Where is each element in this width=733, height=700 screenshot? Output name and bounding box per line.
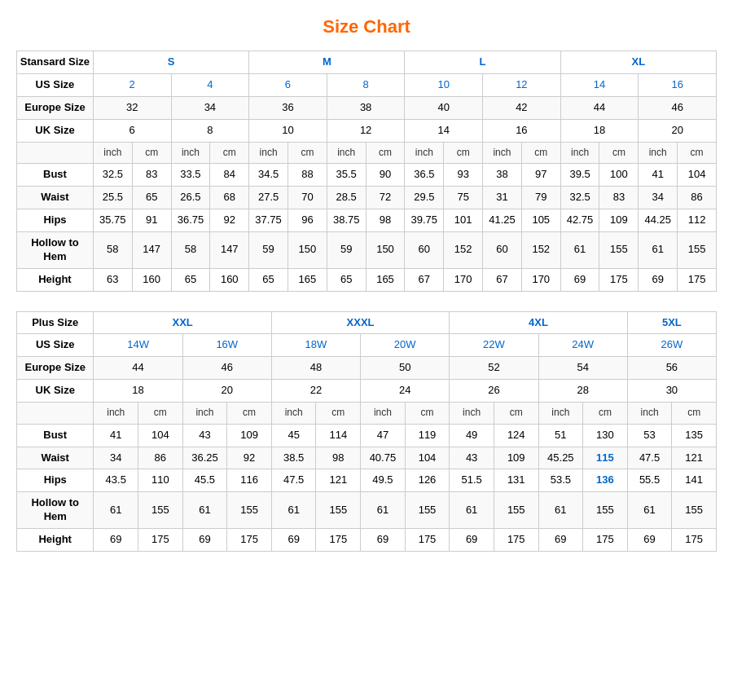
height-plus-label: Height: [17, 529, 94, 552]
plus-group-header-row: Plus Size XXL XXXL 4XL 5XL: [17, 311, 717, 334]
us-8: 8: [327, 73, 405, 96]
us-size-row: US Size 2 4 6 8 10 12 14 16: [17, 73, 717, 96]
plus-size-section: Plus Size XXL XXXL 4XL 5XL US Size 14W 1…: [16, 311, 717, 553]
size-group-header-row: Stansard Size S M L XL: [17, 51, 717, 74]
5xl-header: 5XL: [627, 311, 716, 334]
l-header: L: [405, 51, 560, 74]
inch-cm-row-standard: inch cm inch cm inch cm inch cm inch cm …: [17, 142, 717, 164]
us-4: 4: [171, 73, 249, 96]
xxl-header: XXL: [94, 311, 271, 334]
hollow-hem-row-plus: Hollow to Hem 61 155 61 155 61 155 61 15…: [17, 492, 717, 529]
waist-plus-label: Waist: [17, 447, 94, 469]
height-label: Height: [17, 268, 94, 291]
xxxl-header: XXXL: [271, 311, 449, 334]
page-title: Size Chart: [16, 16, 717, 37]
us-6: 6: [249, 73, 327, 96]
us-size-plus-label: US Size: [17, 334, 94, 357]
4xl-header: 4XL: [450, 311, 627, 334]
s-header: S: [93, 51, 248, 74]
plus-size-table: Plus Size XXL XXXL 4XL 5XL US Size 14W 1…: [16, 311, 717, 553]
waist-label: Waist: [17, 187, 94, 209]
uk-size-row: UK Size 6 8 10 12 14 16 18 20: [17, 119, 717, 142]
xl-header: XL: [560, 51, 716, 74]
uk-size-plus-label: UK Size: [17, 380, 94, 403]
europe-size-plus-label: Europe Size: [17, 357, 94, 380]
hollow-hem-label: Hollow to Hem: [17, 231, 94, 268]
hips-label: Hips: [17, 209, 94, 231]
hips-row-plus: Hips 43.5 110 45.5 116 47.5 121 49.5 126…: [17, 469, 717, 492]
europe-size-row: Europe Size 32 34 36 38 40 42 44 46: [17, 96, 717, 119]
hollow-hem-row-standard: Hollow to Hem 58 147 58 147 59 150 59 15…: [17, 231, 717, 268]
waist-row-standard: Waist 25.5 65 26.5 68 27.5 70 28.5 72 29…: [17, 187, 717, 209]
bust-label: Bust: [17, 164, 94, 187]
waist-row-plus: Waist 34 86 36.25 92 38.5 98 40.75 104 4…: [17, 447, 717, 469]
bust-row-plus: Bust 41 104 43 109 45 114 47 119 49 124 …: [17, 424, 717, 447]
height-row-plus: Height 69 175 69 175 69 175 69 175 69 17…: [17, 529, 717, 552]
us-size-row-plus: US Size 14W 16W 18W 20W 22W 24W 26W: [17, 334, 717, 357]
us-10: 10: [405, 73, 483, 96]
standard-size-table: Stansard Size S M L XL US Size 2 4 6 8 1…: [16, 51, 717, 292]
height-row-standard: Height 63 160 65 160 65 165 65 165 67 17…: [17, 268, 717, 291]
hips-plus-label: Hips: [17, 469, 94, 492]
m-header: M: [249, 51, 405, 74]
standard-size-section: Stansard Size S M L XL US Size 2 4 6 8 1…: [16, 51, 717, 292]
europe-size-label: Europe Size: [17, 96, 94, 119]
hips-row-standard: Hips 35.75 91 36.75 92 37.75 96 38.75 98…: [17, 209, 717, 231]
europe-size-row-plus: Europe Size 44 46 48 50 52 54 56: [17, 357, 717, 380]
standard-size-label: Stansard Size: [17, 51, 94, 74]
us-12: 12: [483, 73, 561, 96]
us-14: 14: [560, 73, 639, 96]
uk-size-row-plus: UK Size 18 20 22 24 26 28 30: [17, 380, 717, 403]
bust-plus-label: Bust: [17, 424, 94, 447]
us-2: 2: [93, 73, 171, 96]
bust-row-standard: Bust 32.5 83 33.5 84 34.5 88 35.5 90 36.…: [17, 164, 717, 187]
uk-size-label: UK Size: [17, 119, 94, 142]
plus-size-label: Plus Size: [17, 311, 94, 334]
us-size-label: US Size: [17, 73, 94, 96]
hollow-hem-plus-label: Hollow to Hem: [17, 492, 94, 529]
us-16: 16: [639, 73, 717, 96]
inch-cm-row-plus: inch cm inch cm inch cm inch cm inch cm …: [17, 403, 717, 425]
